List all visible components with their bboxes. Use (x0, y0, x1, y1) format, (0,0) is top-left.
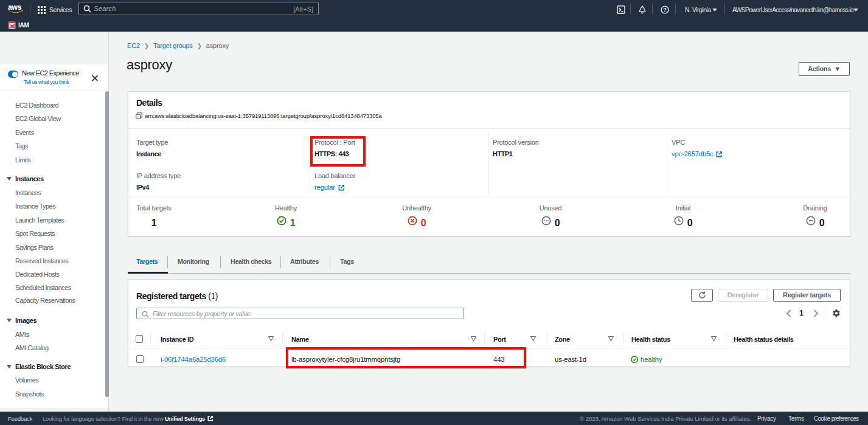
svg-text:?: ? (663, 7, 667, 13)
svg-text:aws: aws (8, 3, 21, 12)
